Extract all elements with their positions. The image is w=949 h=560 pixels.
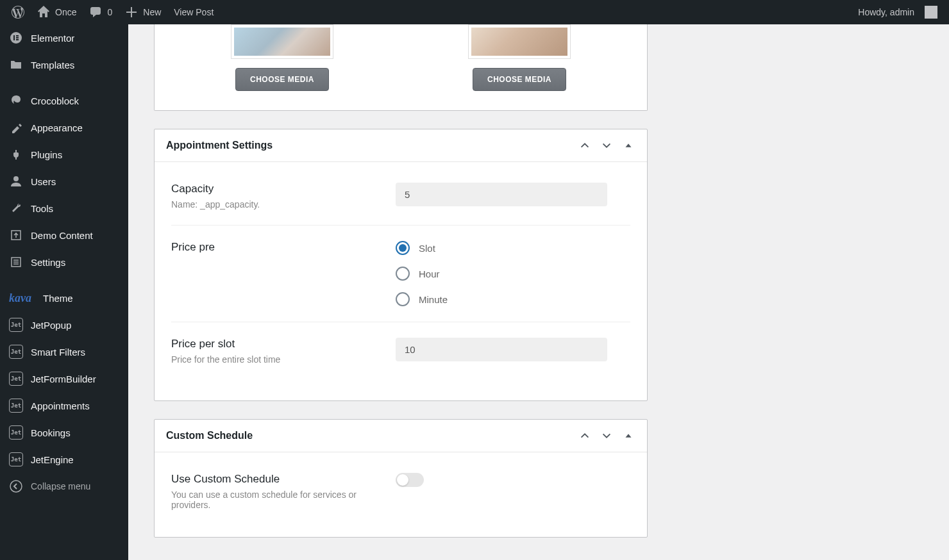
chevron-up-icon: [579, 430, 591, 441]
sidebar-item-bookings[interactable]: JetBookings: [0, 419, 128, 446]
sidebar-item-crocoblock[interactable]: Crocoblock: [0, 87, 128, 114]
sidebar-item-label: Templates: [31, 60, 74, 70]
jet-icon: Jet: [9, 425, 23, 440]
sidebar-item-label: Appearance: [31, 122, 83, 133]
radio-circle-icon: [396, 241, 410, 255]
comments-link[interactable]: 0: [83, 0, 119, 24]
metabox-title: Custom Schedule: [166, 430, 253, 441]
media-thumb-1[interactable]: [231, 24, 333, 59]
move-up-button[interactable]: [578, 138, 592, 152]
sidebar-item-appointments[interactable]: JetAppointments: [0, 392, 128, 419]
svg-rect-1: [13, 35, 15, 40]
new-content[interactable]: New: [119, 0, 167, 24]
price-pre-radio-slot[interactable]: Slot: [396, 241, 630, 255]
collapse-icon: [9, 479, 23, 493]
jet-icon: Jet: [9, 345, 23, 359]
sidebar-item-label: Theme: [43, 293, 73, 304]
move-down-button[interactable]: [600, 138, 614, 152]
sidebar-item-jetformbuilder[interactable]: JetJetFormBuilder: [0, 365, 128, 392]
chevron-down-icon: [601, 430, 612, 441]
sidebar-item-settings[interactable]: Settings: [0, 249, 128, 276]
caret-up-icon: [623, 140, 634, 151]
sidebar-item-label: JetPopup: [31, 320, 71, 331]
use-custom-title: Use Custom Schedule: [171, 473, 383, 486]
metabox-head: Custom Schedule: [155, 420, 647, 452]
site-name: Once: [55, 7, 76, 17]
admin-sidebar: ElementorTemplatesCrocoblockAppearancePl…: [0, 24, 128, 556]
sidebar-item-label: Elementor: [31, 33, 74, 44]
price-pre-radio-hour[interactable]: Hour: [396, 267, 630, 281]
capacity-row: Capacity Name: _app_capacity.: [171, 183, 630, 226]
sidebar-item-theme[interactable]: kavaTheme: [0, 284, 128, 311]
radio-circle-icon: [396, 292, 410, 306]
sidebar-item-plugins[interactable]: Plugins: [0, 141, 128, 168]
sidebar-item-label: Demo Content: [31, 230, 93, 241]
metabox-head: Appointment Settings: [155, 129, 647, 162]
elementor-icon: [9, 31, 23, 45]
sidebar-item-label: Plugins: [31, 149, 62, 160]
plus-icon: [125, 6, 138, 19]
brush-icon: [9, 120, 23, 135]
site-link[interactable]: Once: [31, 0, 83, 24]
svg-point-5: [13, 176, 19, 181]
media-col-2: CHOOSE MEDIA: [468, 24, 571, 91]
jet-icon: Jet: [9, 318, 23, 332]
sidebar-item-jetpopup[interactable]: JetJetPopup: [0, 311, 128, 338]
sidebar-item-label: Crocoblock: [31, 95, 79, 106]
sliders-icon: [9, 255, 23, 269]
avatar: [925, 6, 937, 19]
use-custom-toggle[interactable]: [396, 473, 424, 487]
sidebar-item-appearance[interactable]: Appearance: [0, 114, 128, 141]
svg-point-8: [10, 481, 22, 492]
price-per-slot-desc: Price for the entire slot time: [171, 354, 383, 365]
radio-label: Hour: [419, 268, 440, 279]
my-account[interactable]: Howdy, admin: [852, 0, 944, 24]
svg-rect-2: [16, 35, 19, 37]
caret-up-icon: [623, 430, 634, 441]
price-pre-radio-minute[interactable]: Minute: [396, 292, 630, 306]
price-per-slot-input[interactable]: [396, 338, 607, 361]
sidebar-item-users[interactable]: Users: [0, 168, 128, 195]
collapse-menu[interactable]: Collapse menu: [0, 473, 128, 500]
media-thumb-2[interactable]: [468, 24, 571, 59]
wp-logo[interactable]: [5, 0, 31, 24]
user-icon: [9, 174, 23, 188]
sidebar-item-label: Users: [31, 176, 56, 187]
move-down-button[interactable]: [600, 429, 614, 443]
croco-icon: [9, 94, 23, 108]
move-up-button[interactable]: [578, 429, 592, 443]
radio-label: Slot: [419, 243, 435, 254]
radio-label: Minute: [419, 294, 448, 305]
comment-count: 0: [107, 7, 112, 17]
choose-media-button-2[interactable]: CHOOSE MEDIA: [473, 68, 566, 91]
price-pre-title: Price pre: [171, 241, 383, 254]
capacity-title: Capacity: [171, 183, 383, 195]
price-pre-radio-group: SlotHourMinute: [396, 241, 630, 306]
sidebar-item-label: JetEngine: [31, 454, 74, 465]
sidebar-item-label: JetFormBuilder: [31, 374, 96, 384]
wrench-icon: [9, 201, 23, 215]
sidebar-item-jetengine[interactable]: JetJetEngine: [0, 446, 128, 473]
sidebar-item-smart-filters[interactable]: JetSmart Filters: [0, 338, 128, 365]
choose-media-button-1[interactable]: CHOOSE MEDIA: [235, 68, 329, 91]
sidebar-item-tools[interactable]: Tools: [0, 195, 128, 222]
sidebar-item-demo-content[interactable]: Demo Content: [0, 222, 128, 249]
plug-icon: [9, 147, 23, 161]
price-pre-row: Price pre SlotHourMinute: [171, 226, 630, 322]
use-custom-schedule-row: Use Custom Schedule You can use a custom…: [171, 473, 630, 516]
sidebar-item-templates[interactable]: Templates: [0, 51, 128, 78]
jet-icon: Jet: [9, 452, 23, 466]
sidebar-item-elementor[interactable]: Elementor: [0, 24, 128, 51]
use-custom-desc: You can use a custom schedule for servic…: [171, 490, 383, 510]
toggle-collapse-button[interactable]: [621, 429, 635, 443]
view-post[interactable]: View Post: [167, 0, 220, 24]
toggle-collapse-button[interactable]: [621, 138, 635, 152]
new-label: New: [143, 7, 161, 17]
folder-icon: [9, 58, 23, 72]
collapse-label: Collapse menu: [31, 481, 90, 491]
capacity-input[interactable]: [396, 183, 607, 206]
radio-circle-icon: [396, 267, 410, 281]
media-col-1: CHOOSE MEDIA: [231, 24, 333, 91]
appointment-settings-box: Appointment Settings Capacity Name: _app…: [154, 129, 648, 401]
media-box-fragment: CHOOSE MEDIA CHOOSE MEDIA: [154, 24, 648, 111]
